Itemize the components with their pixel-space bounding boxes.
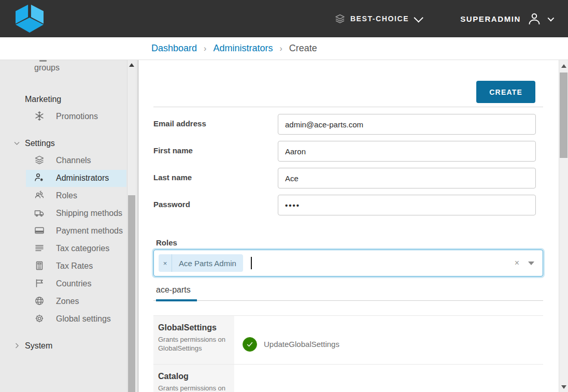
countries-icon xyxy=(34,278,45,288)
sidebar-item-payment-methods[interactable]: Payment methods xyxy=(26,225,126,237)
user-name: SUPERADMIN xyxy=(460,14,521,23)
scroll-up-icon[interactable] xyxy=(561,64,566,68)
permission-row-globalsettings: GlobalSettings Grants permissions on Glo… xyxy=(153,315,543,364)
clear-selection-icon[interactable]: × xyxy=(515,259,519,267)
permission-read-catalog: ReadCatalog xyxy=(364,373,480,392)
global-settings-icon xyxy=(34,313,45,324)
permission-update-globalsettings: UpdateGlobalSettings xyxy=(243,324,364,364)
promotions-icon xyxy=(34,111,45,121)
email-field[interactable] xyxy=(278,114,536,135)
permission-group-title: GlobalSettings xyxy=(158,323,230,333)
breadcrumb-separator: › xyxy=(279,44,282,53)
sidebar-item-tax-categories[interactable]: Tax categories xyxy=(26,242,126,255)
permission-group-title: Catalog xyxy=(158,371,230,382)
chevron-right-icon xyxy=(13,342,20,349)
permission-label: UpdateGlobalSettings xyxy=(264,340,339,349)
sidebar-item-administrators[interactable]: Administrators xyxy=(26,172,126,184)
marketing-items: Promotions xyxy=(0,110,138,123)
sidebar-item-promotions[interactable]: Promotions xyxy=(26,110,126,123)
form-row-password: Password xyxy=(153,195,543,215)
channel-layers-icon xyxy=(335,13,345,24)
permission-group-description: Grants permissions on GlobalSettings xyxy=(158,335,230,353)
permission-group-header: Catalog Grants permissions on Products, … xyxy=(153,365,234,392)
sidebar-item-zones[interactable]: Zones xyxy=(26,295,126,308)
tax-rates-icon xyxy=(34,260,45,271)
permission-group-description: Grants permissions on Products, Facets xyxy=(158,384,230,392)
action-bar: CREATE xyxy=(153,60,543,107)
administrators-icon xyxy=(34,172,45,183)
sidebar-item-countries[interactable]: Countries xyxy=(26,278,126,290)
app-logo-icon[interactable] xyxy=(15,5,45,33)
chevron-down-icon xyxy=(13,140,20,147)
tab-ace-parts[interactable]: ace-parts xyxy=(156,284,197,301)
password-label: Password xyxy=(153,195,278,215)
channel-tabs: ace-parts xyxy=(153,284,543,301)
breadcrumb: Dashboard › Administrators › Create xyxy=(0,37,568,60)
permission-row-catalog: Catalog Grants permissions on Products, … xyxy=(153,364,543,392)
sidebar-nav: groups Marketing Promotions Settings xyxy=(0,60,138,392)
main-content: CREATE Email address First name Last nam… xyxy=(138,60,568,392)
sidebar-section-system[interactable]: System xyxy=(0,341,138,351)
sidebar-scrollbar[interactable] xyxy=(127,60,136,392)
permission-update-catalog: UpdateCatalog xyxy=(480,373,568,392)
channel-chevron-down-icon xyxy=(414,13,423,22)
user-menu[interactable]: SUPERADMIN xyxy=(460,12,552,25)
top-bar: BEST-CHOICE SUPERADMIN xyxy=(0,0,568,37)
administrator-form: Email address First name Last name Passw… xyxy=(153,114,543,215)
sidebar-item-customer-groups-clipped[interactable]: groups xyxy=(0,63,138,72)
permission-cells: CreateCatalog ReadCatalog xyxy=(234,365,568,392)
permissions-table: GlobalSettings Grants permissions on Glo… xyxy=(153,315,543,392)
shipping-methods-icon xyxy=(34,208,45,218)
form-row-last-name: Last name xyxy=(153,168,543,188)
first-name-field[interactable] xyxy=(278,141,536,162)
zones-icon xyxy=(34,296,45,306)
roles-select[interactable]: × Ace Parts Admin × xyxy=(153,250,543,277)
toggle-on-icon[interactable] xyxy=(243,337,257,352)
channel-name: BEST-CHOICE xyxy=(350,14,409,23)
breadcrumb-administrators[interactable]: Administrators xyxy=(213,43,273,54)
permission-cells: UpdateGlobalSettings xyxy=(234,316,543,364)
channels-icon xyxy=(34,155,45,165)
permission-create-catalog: CreateCatalog xyxy=(243,373,364,392)
sidebar-item-roles[interactable]: Roles xyxy=(26,190,126,202)
dropdown-arrow-icon[interactable] xyxy=(528,262,534,265)
select-controls: × xyxy=(515,259,534,267)
main-scrollbar-thumb[interactable] xyxy=(560,72,567,158)
chip-label: Ace Parts Admin xyxy=(172,254,243,272)
tax-categories-icon xyxy=(34,243,45,253)
email-label: Email address xyxy=(153,114,278,135)
sidebar-section-marketing[interactable]: Marketing xyxy=(0,94,138,104)
breadcrumb-dashboard[interactable]: Dashboard xyxy=(151,43,197,54)
chip-remove-icon[interactable]: × xyxy=(159,254,172,272)
user-chevron-down-icon xyxy=(548,14,555,21)
sidebar-scroll-up-icon[interactable] xyxy=(129,63,134,67)
breadcrumb-separator: › xyxy=(204,44,206,53)
channel-switcher[interactable]: BEST-CHOICE xyxy=(335,13,421,24)
last-name-label: Last name xyxy=(153,168,278,188)
breadcrumb-current: Create xyxy=(289,43,317,54)
user-icon xyxy=(527,12,542,25)
sidebar-item-tax-rates[interactable]: Tax Rates xyxy=(26,260,126,272)
payment-methods-icon xyxy=(34,225,45,236)
roles-icon xyxy=(34,190,45,200)
permission-group-header: GlobalSettings Grants permissions on Glo… xyxy=(153,316,234,364)
role-chip: × Ace Parts Admin xyxy=(159,254,243,272)
password-field[interactable] xyxy=(278,195,536,215)
roles-label: Roles xyxy=(153,238,543,247)
sidebar-item-global-settings[interactable]: Global settings xyxy=(26,313,126,325)
form-row-email: Email address xyxy=(153,114,543,135)
topbar-right: BEST-CHOICE SUPERADMIN xyxy=(335,12,552,25)
main-scrollbar[interactable] xyxy=(559,60,568,392)
create-button[interactable]: CREATE xyxy=(476,81,535,103)
settings-items: Channels Administrators xyxy=(0,154,138,325)
sidebar-item-channels[interactable]: Channels xyxy=(26,154,126,167)
first-name-label: First name xyxy=(153,141,278,162)
sidebar-item-shipping-methods[interactable]: Shipping methods xyxy=(26,207,126,220)
sidebar-section-settings[interactable]: Settings xyxy=(0,138,138,148)
last-name-field[interactable] xyxy=(278,168,536,188)
sidebar-scrollbar-thumb[interactable] xyxy=(128,195,135,392)
text-caret xyxy=(251,257,252,269)
scroll-down-icon[interactable] xyxy=(561,385,566,389)
clipped-customer-groups-icon xyxy=(39,60,47,62)
form-row-first-name: First name xyxy=(153,141,543,162)
